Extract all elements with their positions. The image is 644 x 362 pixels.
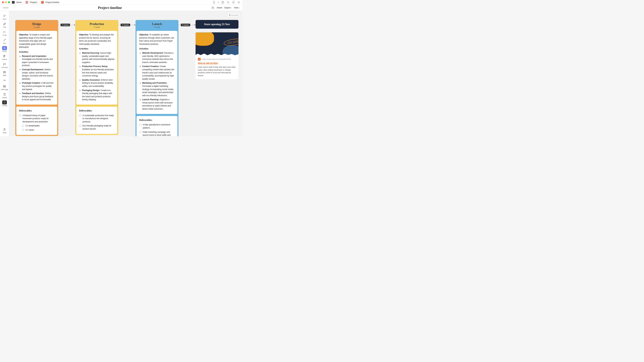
column-design[interactable]: Design 2 cards Objective: To create a un… — [15, 20, 58, 136]
objective-label: Objective: — [19, 33, 29, 36]
link-thumb: GO LIVE! — [196, 32, 238, 56]
bell-icon[interactable] — [232, 1, 235, 4]
sidebar-item-upload[interactable]: Upload — [0, 92, 8, 99]
checkbox-icon[interactable] — [79, 125, 81, 127]
device-icon[interactable] — [212, 1, 216, 4]
card-objective[interactable]: Objective: To establish an online presen… — [136, 31, 178, 114]
arrow-icon — [134, 24, 136, 26]
page-title: Project timeline — [98, 6, 122, 10]
table-icon — [2, 70, 7, 74]
link-title[interactable]: How to sell on Etsy — [198, 62, 236, 64]
activity-item: Feedback and Iteration: Refine designs p… — [22, 92, 54, 101]
sidebar-item-column[interactable]: Column — [0, 53, 8, 61]
svg-rect-8 — [5, 48, 6, 49]
column-subtitle: 2 cards — [138, 26, 176, 28]
breadcrumb-home[interactable]: Home — [16, 1, 22, 3]
activity-item: Quality Assurance: Enforce strict testin… — [82, 78, 114, 88]
checkbox-icon[interactable] — [79, 114, 81, 117]
share-button[interactable]: Share — [217, 6, 222, 9]
activity-item: Content Creation: Create compelling cont… — [142, 65, 175, 80]
connector-line — [118, 25, 120, 25]
store-opening-card[interactable]: Store opening 23 Nov — [196, 20, 238, 29]
search-icon[interactable] — [226, 1, 230, 4]
activities-label: Activities: — [19, 50, 54, 54]
comment-icon — [2, 62, 7, 66]
view-button[interactable]: View▾ — [234, 6, 240, 9]
unsorted-count: 0 — [229, 14, 230, 16]
device-count: 0 — [218, 1, 219, 3]
card-deliverables[interactable]: Deliverables: A finalized lineup of pape… — [16, 107, 57, 135]
sidebar-item-link[interactable]: Link — [0, 21, 8, 29]
unsorted-button[interactable]: 0 Unsorted — [228, 13, 240, 17]
checkbox-icon[interactable] — [19, 114, 21, 117]
deliverable-item: A sustainable production line ready to m… — [79, 114, 114, 123]
sidebar-item-comment[interactable]: Comment — [0, 61, 8, 69]
doc-icon[interactable] — [41, 1, 44, 4]
link-card[interactable]: GO LIVE! E https://www.etsy.com/au/sell?… — [196, 32, 238, 79]
sidebar-item-table[interactable]: Table — [0, 69, 8, 77]
sidebar-item-line[interactable]: Line — [0, 37, 8, 45]
card-deliverables[interactable]: Deliverables: A fully operational e-comm… — [136, 116, 178, 136]
column-icon — [2, 54, 7, 58]
link-icon — [2, 22, 7, 26]
close-icon[interactable] — [2, 1, 4, 3]
svg-rect-11 — [4, 71, 6, 73]
column-header: Launch 2 cards — [136, 20, 178, 30]
canvas[interactable]: 0 Unsorted Design 2 cards Objective: To … — [9, 11, 242, 136]
sidebar-label: Trash — [3, 132, 6, 134]
end-stack: Store opening 23 Nov GO LIVE! E https://… — [196, 20, 238, 79]
checkbox-icon[interactable] — [22, 125, 24, 127]
sidebar-item-ai[interactable]: AI Ideas — [0, 100, 8, 107]
card-objective[interactable]: Objective: To create a unique and appeal… — [16, 31, 57, 105]
sidebar-item-addimage[interactable]: Add image — [0, 84, 8, 91]
unsorted-label: Unsorted — [231, 14, 238, 16]
deliverables-title: Deliverables: — [79, 109, 114, 113]
sidebar-label: Line — [3, 42, 6, 44]
column-header: Design 2 cards — [15, 20, 58, 30]
activity-item: Prototype Creation: Craft and test key p… — [22, 81, 54, 91]
maximize-icon[interactable] — [8, 1, 10, 3]
deliverable-item: 3 x vases — [22, 128, 54, 132]
activity-item: Packaging Design: Create eco-friendly pa… — [82, 89, 114, 101]
activity-item: Research and Inspiration: Investigate ec… — [22, 55, 54, 67]
svg-point-2 — [223, 3, 223, 3]
checkbox-icon[interactable] — [139, 131, 142, 133]
titlebar: ⌂ Home / Projects / Project timeline 0 — [0, 0, 242, 5]
breadcrumb: ⌂ Home / Projects / Project timeline — [12, 1, 59, 4]
connector: 4 weeks — [118, 24, 135, 26]
activities-label: Activities: — [79, 47, 114, 50]
activity-item: Production Process Setup: Establish an e… — [82, 65, 114, 77]
help-icon[interactable] — [221, 1, 224, 4]
card-deliverables[interactable]: Deliverables: A sustainable production l… — [76, 107, 117, 134]
checkbox-icon[interactable] — [22, 129, 24, 131]
sidebar-label: Add image — [1, 89, 8, 90]
separator-icon: / — [39, 1, 40, 3]
column-production[interactable]: Production 2 cards Objective: To develop… — [75, 20, 118, 135]
etsy-icon: E — [198, 58, 200, 60]
svg-rect-15 — [4, 85, 6, 87]
folder-icon[interactable] — [26, 1, 28, 4]
gear-icon[interactable] — [237, 1, 240, 4]
column-subtitle: 2 cards — [17, 26, 56, 28]
sidebar-item-more[interactable] — [0, 78, 8, 83]
sidebar-item-trash[interactable]: Trash — [0, 127, 8, 134]
card-objective[interactable]: Objective: To develop and prepare the pr… — [76, 31, 117, 105]
breadcrumb-projects[interactable]: Projects — [30, 1, 37, 3]
activity-item: Marketing and Promotion: Formulate a dig… — [142, 81, 175, 97]
sidebar-item-note[interactable]: Note — [0, 13, 8, 21]
sidebar-item-board[interactable]: Board — [0, 45, 8, 53]
column-launch[interactable]: Launch 2 cards Objective: To establish a… — [136, 20, 178, 136]
connector-line — [178, 25, 181, 25]
connector-line — [58, 25, 60, 25]
column-header: Production 2 cards — [75, 20, 118, 30]
home-icon[interactable]: ⌂ — [12, 1, 14, 4]
minimize-icon[interactable] — [5, 1, 7, 3]
checkbox-icon[interactable] — [139, 124, 142, 126]
sidebar-item-todo[interactable]: To-do — [0, 29, 8, 37]
user-add-icon[interactable]: + — [211, 6, 214, 9]
connector-line — [70, 25, 74, 25]
export-button[interactable]: Export▾ — [224, 6, 232, 9]
trash-icon — [2, 128, 7, 132]
breadcrumb-current[interactable]: Project timeline — [46, 1, 59, 3]
deliverables-title: Deliverables: — [139, 118, 175, 122]
